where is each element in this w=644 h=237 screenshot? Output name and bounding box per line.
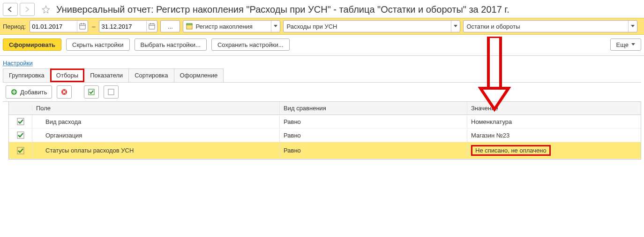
table-row[interactable]: ОрганизацияРавноМагазин №23 — [9, 129, 641, 142]
register-name-combo[interactable]: Расходы при УСН — [283, 20, 460, 32]
row-comparison[interactable]: Равно — [280, 115, 467, 128]
row-field[interactable]: Статусы оплаты расходов УСН — [32, 144, 280, 157]
chevron-down-icon[interactable] — [271, 21, 280, 32]
period-from — [30, 20, 88, 32]
title-bar: Универсальный отчет: Регистр накопления … — [0, 0, 644, 18]
save-settings-button[interactable]: Сохранить настройки... — [211, 38, 290, 51]
svg-rect-9 — [187, 23, 192, 25]
back-button[interactable] — [3, 3, 18, 16]
period-to — [99, 20, 157, 32]
delete-filter-button[interactable] — [57, 85, 72, 99]
row-field[interactable]: Вид расхода — [32, 115, 280, 128]
chevron-down-icon[interactable] — [628, 21, 637, 32]
row-comparison[interactable]: Равно — [280, 129, 467, 142]
period-more-button[interactable]: ... — [160, 20, 180, 32]
generate-button[interactable]: Сформировать — [3, 38, 61, 51]
uncheck-all-icon — [108, 89, 114, 95]
period-to-input[interactable] — [99, 21, 146, 31]
filter-toolbar: Добавить — [3, 83, 641, 102]
row-value[interactable]: Не списано, не оплачено — [467, 142, 641, 159]
svg-rect-12 — [89, 89, 94, 95]
settings-link[interactable]: Настройки — [3, 60, 33, 67]
register-type-value: Регистр накопления — [195, 23, 252, 30]
row-field[interactable]: Организация — [32, 129, 280, 142]
row-check[interactable] — [9, 144, 32, 157]
calendar-icon[interactable] — [77, 21, 88, 31]
col-field[interactable]: Поле — [32, 102, 280, 115]
table-name-value: Остатки и обороты — [466, 23, 520, 30]
filter-table-header: Поле Вид сравнения Значение — [9, 102, 641, 115]
settings-tabs: Группировка Отборы Показатели Сортировка… — [3, 69, 641, 83]
row-check[interactable] — [9, 115, 32, 128]
period-bar: Период: – ... Регистр накопления Расходы… — [0, 18, 644, 35]
svg-rect-0 — [80, 24, 85, 29]
period-dash: – — [91, 23, 96, 30]
check-all-button[interactable] — [84, 85, 99, 99]
arrow-left-icon — [7, 7, 14, 12]
add-filter-button[interactable]: Добавить — [6, 85, 52, 99]
col-check — [9, 106, 32, 111]
register-name-value: Расходы при УСН — [286, 23, 337, 30]
plus-icon — [11, 89, 17, 95]
row-value[interactable]: Номенклатура — [467, 115, 641, 128]
period-from-input[interactable] — [30, 21, 77, 31]
period-label: Период: — [3, 23, 26, 30]
action-bar: Сформировать Скрыть настройки Выбрать на… — [0, 35, 644, 56]
table-name-combo[interactable]: Остатки и обороты — [463, 20, 637, 32]
table-row[interactable]: Статусы оплаты расходов УСНРавноНе списа… — [9, 142, 641, 159]
checkmark-icon — [17, 147, 24, 154]
col-comparison[interactable]: Вид сравнения — [280, 102, 467, 115]
settings-title: Настройки — [0, 56, 644, 69]
choose-settings-button[interactable]: Выбрать настройки... — [135, 38, 207, 51]
register-icon — [186, 23, 193, 30]
add-filter-label: Добавить — [20, 89, 47, 96]
more-button[interactable]: Еще — [610, 38, 641, 51]
svg-rect-13 — [108, 89, 114, 95]
register-type-combo[interactable]: Регистр накопления — [183, 20, 280, 32]
chevron-down-icon[interactable] — [451, 21, 460, 32]
tab-filters[interactable]: Отборы — [50, 69, 84, 82]
row-comparison[interactable]: Равно — [280, 144, 467, 157]
svg-rect-4 — [149, 24, 155, 29]
checkmark-icon — [17, 118, 24, 125]
tab-design[interactable]: Оформление — [174, 69, 224, 82]
uncheck-all-button[interactable] — [104, 85, 119, 99]
checkmark-icon — [17, 131, 24, 139]
more-label: Еще — [616, 41, 629, 48]
tab-measures[interactable]: Показатели — [84, 69, 129, 82]
tab-grouping[interactable]: Группировка — [3, 69, 51, 82]
check-all-icon — [88, 89, 95, 95]
arrow-right-icon — [24, 7, 30, 12]
tab-sorting[interactable]: Сортировка — [128, 69, 174, 82]
col-value[interactable]: Значение — [467, 102, 641, 115]
delete-icon — [61, 89, 67, 95]
calendar-icon[interactable] — [146, 21, 157, 31]
favorite-icon[interactable] — [41, 5, 51, 14]
chevron-down-icon — [631, 43, 635, 46]
hide-settings-button[interactable]: Скрыть настройки — [66, 38, 130, 51]
page-title: Универсальный отчет: Регистр накопления … — [56, 4, 509, 15]
table-row[interactable]: Вид расходаРавноНоменклатура — [9, 115, 641, 129]
filter-table: Поле Вид сравнения Значение Вид расходаР… — [8, 102, 641, 160]
row-value[interactable]: Магазин №23 — [467, 129, 641, 142]
forward-button[interactable] — [20, 3, 35, 16]
row-check[interactable] — [9, 129, 32, 142]
